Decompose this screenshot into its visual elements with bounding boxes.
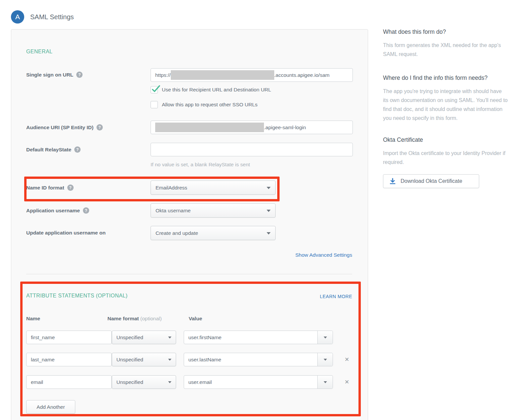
recipient-url-checkbox-row: Use this for Recipient URL and Destinati… <box>151 86 271 93</box>
redacted-text <box>155 123 264 132</box>
relay-state-input[interactable] <box>151 143 353 156</box>
attr-format-value: Unspecified <box>116 379 143 385</box>
other-sso-checkbox-row: Allow this app to request other SSO URLs <box>151 101 258 108</box>
sidebar-where-body: The app you're trying to integrate with … <box>383 87 508 123</box>
audience-uri-suffix: .apigee-saml-login <box>264 125 306 131</box>
help-icon[interactable] <box>97 124 103 131</box>
remove-row-icon[interactable]: ✕ <box>341 355 353 365</box>
download-icon <box>389 178 396 184</box>
attr-format-value: Unspecified <box>116 335 143 341</box>
name-id-format-label-text: Name ID format <box>26 185 64 191</box>
remove-row-icon[interactable]: ✕ <box>341 377 353 387</box>
help-sidebar: What does this form do? This form genera… <box>383 28 508 188</box>
page-title: SAML Settings <box>30 13 74 21</box>
other-sso-checkbox-label: Allow this app to request other SSO URLs <box>162 102 258 108</box>
name-id-format-label: Name ID format <box>26 184 74 191</box>
attr-value-combo[interactable]: user.email <box>184 375 333 389</box>
column-header-format: Name format (optional) <box>107 316 162 322</box>
help-icon[interactable] <box>83 207 89 214</box>
other-sso-checkbox[interactable] <box>151 101 158 108</box>
attr-value-combo[interactable]: user.firstName <box>184 331 333 344</box>
sidebar-what-body: This form generates the XML needed for t… <box>383 41 508 59</box>
column-header-format-text: Name format <box>107 316 139 321</box>
sso-url-input[interactable]: https:// .accounts.apigee.io/sam <box>151 68 353 82</box>
help-icon[interactable] <box>67 184 74 191</box>
help-icon[interactable] <box>74 146 81 153</box>
app-username-dropdown[interactable]: Okta username <box>151 203 276 218</box>
relay-state-label: Default RelayState <box>26 146 81 153</box>
show-advanced-settings-link[interactable]: Show Advanced Settings <box>295 252 352 258</box>
sidebar-certificate-title: Okta Certificate <box>383 136 508 143</box>
relay-state-label-text: Default RelayState <box>26 147 71 153</box>
sidebar-what-title: What does this form do? <box>383 28 508 35</box>
sso-url-suffix: .accounts.apigee.io/sam <box>274 72 330 78</box>
attribute-statements-heading: ATTRIBUTE STATEMENTS (OPTIONAL) <box>26 293 128 299</box>
attr-format-dropdown[interactable]: Unspecified <box>112 331 176 344</box>
name-id-format-dropdown[interactable]: EmailAddress <box>151 181 276 195</box>
red-highlight-attribute-statements <box>20 282 361 416</box>
attr-name-value: email <box>31 379 43 385</box>
saml-settings-page: A SAML Settings GENERAL Single sign on U… <box>0 0 516 420</box>
attr-value-text: user.firstName <box>184 335 317 341</box>
sso-url-label-text: Single sign on URL <box>26 72 73 78</box>
chevron-down-icon[interactable] <box>317 376 333 389</box>
relay-state-hint: If no value is set, a blank RelayState i… <box>151 162 250 168</box>
audience-uri-label: Audience URI (SP Entity ID) <box>26 124 103 131</box>
step-header: A SAML Settings <box>11 10 74 24</box>
attr-name-input[interactable]: last_name <box>26 353 112 366</box>
redacted-text <box>171 70 274 80</box>
app-username-label: Application username <box>26 207 89 214</box>
attr-name-value: first_name <box>31 335 55 341</box>
attr-format-dropdown[interactable]: Unspecified <box>112 353 176 366</box>
sso-url-label: Single sign on URL <box>26 72 83 78</box>
add-another-button[interactable]: Add Another <box>26 400 75 414</box>
recipient-url-checkbox[interactable] <box>151 86 158 93</box>
section-divider <box>26 274 352 274</box>
audience-uri-label-text: Audience URI (SP Entity ID) <box>26 125 94 131</box>
attr-name-input[interactable]: email <box>26 375 112 389</box>
chevron-down-icon[interactable] <box>317 353 333 366</box>
update-username-label: Update application username on <box>26 230 105 236</box>
checkmark-icon <box>152 85 160 94</box>
general-section-heading: GENERAL <box>26 49 52 55</box>
column-header-value: Value <box>189 316 202 322</box>
attr-name-input[interactable]: first_name <box>26 331 112 344</box>
attr-format-value: Unspecified <box>116 357 143 363</box>
attr-format-dropdown[interactable]: Unspecified <box>112 375 176 389</box>
name-id-format-value: EmailAddress <box>156 185 187 191</box>
recipient-url-checkbox-label: Use this for Recipient URL and Destinati… <box>162 87 271 93</box>
column-header-name: Name <box>26 316 40 322</box>
sidebar-where-title: Where do I find the info this form needs… <box>383 75 508 81</box>
app-username-label-text: Application username <box>26 208 80 214</box>
sidebar-certificate-body: Import the Okta certificate to your Iden… <box>383 149 508 167</box>
step-a-badge: A <box>11 10 24 24</box>
update-username-label-text: Update application username on <box>26 230 105 236</box>
sso-url-prefix: https:// <box>155 72 171 78</box>
download-button-label: Download Okta Certificate <box>401 178 462 184</box>
column-header-format-optional: (optional) <box>140 316 162 321</box>
attr-value-text: user.lastName <box>184 357 317 363</box>
download-okta-certificate-button[interactable]: Download Okta Certificate <box>383 174 479 188</box>
audience-uri-input[interactable]: .apigee-saml-login <box>151 121 353 134</box>
attr-name-value: last_name <box>31 357 55 363</box>
chevron-down-icon[interactable] <box>317 331 333 344</box>
help-icon[interactable] <box>76 72 83 78</box>
attr-value-text: user.email <box>184 379 317 385</box>
app-username-value: Okta username <box>156 208 191 214</box>
saml-settings-panel: GENERAL Single sign on URL https:// .acc… <box>11 29 368 420</box>
update-username-dropdown[interactable]: Create and update <box>151 226 276 240</box>
update-username-value: Create and update <box>156 230 198 236</box>
learn-more-link[interactable]: LEARN MORE <box>320 294 352 299</box>
attr-value-combo[interactable]: user.lastName <box>184 353 333 366</box>
